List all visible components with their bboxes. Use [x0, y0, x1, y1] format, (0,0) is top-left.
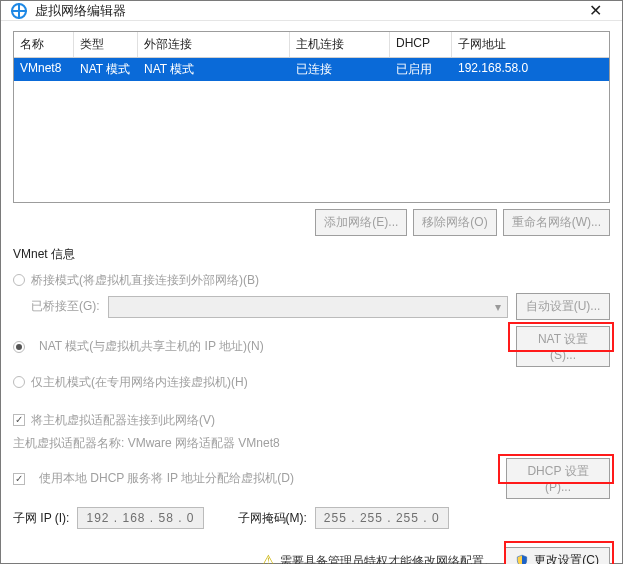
warning-icon: ⚠: [262, 552, 275, 565]
change-settings-label: 更改设置(C): [534, 552, 599, 564]
col-name[interactable]: 名称: [14, 32, 74, 57]
table-row[interactable]: VMnet8 NAT 模式 NAT 模式 已连接 已启用 192.168.58.…: [14, 58, 609, 81]
cell-dhcp: 已启用: [390, 58, 452, 81]
auto-settings-button[interactable]: 自动设置(U)...: [516, 293, 610, 320]
rename-network-button[interactable]: 重命名网络(W)...: [503, 209, 610, 236]
cell-name: VMnet8: [14, 58, 74, 81]
close-icon[interactable]: ✕: [578, 1, 612, 20]
table-buttons: 添加网络(E)... 移除网络(O) 重命名网络(W)...: [13, 209, 610, 236]
cell-subnet: 192.168.58.0: [452, 58, 609, 81]
cell-host: 已连接: [290, 58, 390, 81]
network-table[interactable]: 名称 类型 外部连接 主机连接 DHCP 子网地址 VMnet8 NAT 模式 …: [13, 31, 610, 203]
content: 名称 类型 外部连接 主机连接 DHCP 子网地址 VMnet8 NAT 模式 …: [1, 21, 622, 564]
vmnet-info-header: VMnet 信息: [13, 246, 610, 263]
connect-host-label: 将主机虚拟适配器连接到此网络(V): [31, 412, 215, 429]
remove-network-button[interactable]: 移除网络(O): [413, 209, 496, 236]
nat-radio[interactable]: [13, 341, 25, 353]
table-header: 名称 类型 外部连接 主机连接 DHCP 子网地址: [14, 32, 609, 58]
cell-ext: NAT 模式: [138, 58, 290, 81]
dhcp-row: 使用本地 DHCP 服务将 IP 地址分配给虚拟机(D) DHCP 设置(P).…: [13, 458, 610, 499]
admin-row: ⚠ 需要具备管理员特权才能修改网络配置。 更改设置(C): [13, 547, 610, 564]
app-icon: [11, 3, 27, 19]
admin-msg: 需要具备管理员特权才能修改网络配置。: [280, 554, 496, 565]
dhcp-settings-button[interactable]: DHCP 设置(P)...: [506, 458, 610, 499]
bridged-to-label: 已桥接至(G):: [31, 298, 100, 315]
bridged-radio[interactable]: [13, 274, 25, 286]
adapter-name-label: 主机虚拟适配器名称: VMware 网络适配器 VMnet8: [13, 435, 610, 452]
titlebar: 虚拟网络编辑器 ✕: [1, 1, 622, 21]
window-title: 虚拟网络编辑器: [35, 2, 578, 20]
hostonly-radio[interactable]: [13, 376, 25, 388]
col-dhcp[interactable]: DHCP: [390, 32, 452, 57]
admin-warning: ⚠ 需要具备管理员特权才能修改网络配置。: [262, 552, 496, 565]
change-settings-button[interactable]: 更改设置(C): [504, 547, 610, 564]
col-subnet[interactable]: 子网地址: [452, 32, 609, 57]
nat-label: NAT 模式(与虚拟机共享主机的 IP 地址)(N): [39, 338, 264, 355]
window: 虚拟网络编辑器 ✕ 名称 类型 外部连接 主机连接 DHCP 子网地址 VMne…: [0, 0, 623, 564]
shield-icon: [515, 554, 529, 565]
bridged-to-row: 已桥接至(G): ▾ 自动设置(U)...: [31, 293, 610, 320]
hostonly-row: 仅主机模式(在专用网络内连接虚拟机)(H): [13, 369, 610, 395]
col-ext[interactable]: 外部连接: [138, 32, 290, 57]
add-network-button[interactable]: 添加网络(E)...: [315, 209, 407, 236]
dhcp-checkbox[interactable]: [13, 473, 25, 485]
hostonly-label: 仅主机模式(在专用网络内连接虚拟机)(H): [31, 374, 248, 391]
subnet-ip-label: 子网 IP (I):: [13, 510, 69, 527]
bridged-label: 桥接模式(将虚拟机直接连接到外部网络)(B): [31, 272, 259, 289]
subnet-mask-field[interactable]: 255 . 255 . 255 . 0: [315, 507, 449, 529]
bridged-row: 桥接模式(将虚拟机直接连接到外部网络)(B): [13, 267, 610, 293]
col-host[interactable]: 主机连接: [290, 32, 390, 57]
nat-row: NAT 模式(与虚拟机共享主机的 IP 地址)(N) NAT 设置(S)...: [13, 326, 610, 367]
connect-host-row: 将主机虚拟适配器连接到此网络(V): [13, 407, 610, 433]
nat-settings-button[interactable]: NAT 设置(S)...: [516, 326, 610, 367]
chevron-down-icon: ▾: [495, 300, 501, 314]
subnet-ip-field[interactable]: 192 . 168 . 58 . 0: [77, 507, 203, 529]
connect-host-checkbox[interactable]: [13, 414, 25, 426]
col-type[interactable]: 类型: [74, 32, 138, 57]
bridged-to-combo[interactable]: ▾: [108, 296, 508, 318]
subnet-mask-label: 子网掩码(M):: [238, 510, 307, 527]
dhcp-label: 使用本地 DHCP 服务将 IP 地址分配给虚拟机(D): [39, 470, 294, 487]
cell-type: NAT 模式: [74, 58, 138, 81]
subnet-row: 子网 IP (I): 192 . 168 . 58 . 0 子网掩码(M): 2…: [13, 507, 610, 529]
